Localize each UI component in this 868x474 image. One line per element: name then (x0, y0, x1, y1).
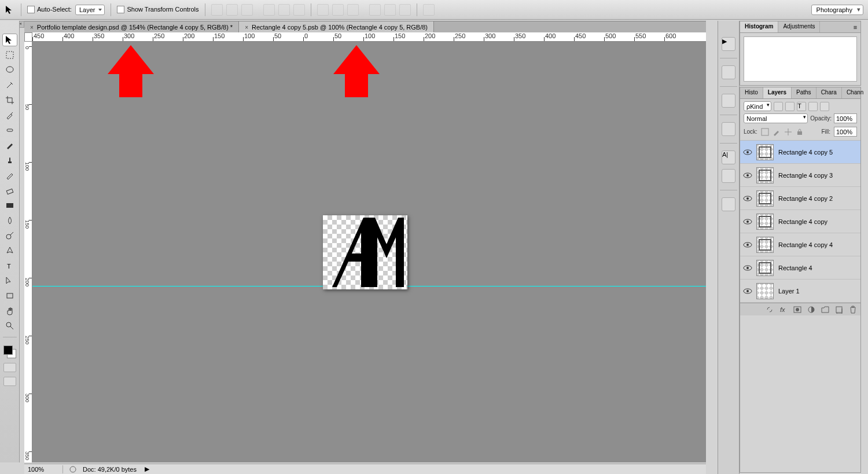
visibility-toggle-icon[interactable] (742, 287, 753, 295)
navigator-panel-icon[interactable] (722, 65, 735, 79)
distribute-right-button[interactable] (399, 4, 411, 16)
history-tab[interactable]: Histo (740, 87, 763, 98)
properties-panel-icon[interactable] (722, 197, 735, 211)
auto-align-button[interactable] (423, 4, 435, 16)
layer-thumbnail[interactable] (756, 190, 774, 207)
ruler-horizontal[interactable]: 4504003503002502001501005005010015020025… (32, 32, 706, 42)
fill-input[interactable]: 100% (834, 127, 857, 137)
histogram-tab[interactable]: Histogram (740, 21, 778, 32)
opacity-input[interactable]: 100% (834, 113, 857, 123)
visibility-toggle-icon[interactable] (742, 194, 753, 203)
canvas-area[interactable] (32, 42, 706, 462)
layer-thumbnail[interactable] (756, 237, 774, 253)
layer-filter-kind[interactable]: ρ Kind (744, 101, 771, 111)
stamp-tool[interactable] (2, 154, 17, 167)
delete-layer-icon[interactable] (849, 306, 857, 314)
screen-mode-toggle[interactable] (3, 377, 16, 386)
hand-tool[interactable] (2, 304, 17, 317)
close-tab-icon[interactable]: × (245, 24, 248, 31)
pen-tool[interactable] (2, 244, 17, 257)
layer-thumbnail[interactable] (756, 283, 774, 299)
layer-row[interactable]: Rectangle 4 (740, 256, 860, 280)
align-vcenter-button[interactable] (226, 4, 238, 16)
zoom-level[interactable]: 100% (28, 466, 57, 473)
move-tool[interactable] (2, 34, 17, 46)
ruler-vertical[interactable]: 050100150200250300350 (24, 42, 32, 462)
lasso-tool[interactable] (2, 64, 17, 76)
layer-mask-icon[interactable] (793, 306, 801, 314)
lock-all-icon[interactable] (796, 128, 804, 136)
blend-mode-select[interactable]: Normal (744, 113, 808, 123)
layer-thumbnail[interactable] (756, 167, 774, 183)
layer-thumbnail[interactable] (756, 260, 774, 276)
auto-select-checkbox[interactable]: Auto-Select: (27, 6, 72, 14)
dodge-tool[interactable] (2, 229, 17, 242)
document-tab-1[interactable]: × Rectangle 4 copy 5.psb @ 100% (Rectang… (239, 21, 434, 33)
layer-style-icon[interactable]: fx (779, 306, 788, 314)
distribute-left-button[interactable] (369, 4, 381, 16)
filter-pixel-icon[interactable] (774, 102, 783, 111)
brushes-panel-icon[interactable] (722, 94, 735, 108)
healing-brush-tool[interactable] (2, 124, 17, 137)
marquee-tool[interactable] (2, 49, 17, 61)
visibility-toggle-icon[interactable] (742, 171, 753, 179)
workspace-switcher[interactable]: Photography (811, 5, 863, 15)
styles-panel-icon[interactable] (722, 169, 735, 183)
visibility-toggle-icon[interactable] (742, 264, 753, 272)
eraser-tool[interactable] (2, 184, 17, 197)
rectangle-tool[interactable] (2, 289, 17, 302)
eyedropper-tool[interactable] (2, 109, 17, 122)
channels-tab[interactable]: Chann (842, 87, 868, 98)
align-top-button[interactable] (211, 4, 223, 16)
character-panel-icon[interactable]: A| (722, 150, 735, 164)
lock-transparency-icon[interactable] (761, 128, 769, 136)
close-tab-icon[interactable]: × (30, 24, 34, 31)
visibility-toggle-icon[interactable] (742, 218, 753, 226)
align-hcenter-button[interactable] (278, 4, 290, 16)
align-left-button[interactable] (263, 4, 275, 16)
distribute-bottom-button[interactable] (347, 4, 359, 16)
path-selection-tool[interactable] (2, 274, 17, 287)
layer-thumbnail[interactable] (756, 214, 774, 230)
canvas-document[interactable] (323, 215, 407, 289)
distribute-vcenter-button[interactable] (332, 4, 344, 16)
lock-pixels-icon[interactable] (773, 128, 781, 136)
group-icon[interactable] (821, 306, 829, 314)
distribute-top-button[interactable] (317, 4, 329, 16)
align-bottom-button[interactable] (241, 4, 253, 16)
paragraph-panel-icon[interactable] (722, 122, 735, 136)
crop-tool[interactable] (2, 94, 17, 106)
type-tool[interactable]: T (2, 259, 17, 272)
adjustments-tab[interactable]: Adjustments (778, 21, 820, 32)
history-brush-tool[interactable] (2, 169, 17, 182)
quick-mask-toggle[interactable] (3, 363, 16, 372)
zoom-tool[interactable] (2, 319, 17, 332)
doc-info-icon[interactable] (69, 465, 77, 473)
layers-tab[interactable]: Layers (763, 87, 792, 98)
layer-thumbnail[interactable] (756, 144, 774, 160)
paths-tab[interactable]: Paths (792, 87, 816, 98)
layer-row[interactable]: Rectangle 4 copy (740, 210, 860, 233)
brush-tool[interactable] (2, 139, 17, 152)
magic-wand-tool[interactable] (2, 79, 17, 91)
document-tab-0[interactable]: × Portfolio template design.psd @ 154% (… (24, 21, 239, 33)
character-tab[interactable]: Chara (816, 87, 842, 98)
color-swatches[interactable] (3, 346, 16, 358)
ruler-origin[interactable] (24, 32, 32, 42)
blur-tool[interactable] (2, 214, 17, 227)
new-layer-icon[interactable] (835, 306, 843, 314)
panel-menu-icon[interactable]: ≡ (850, 21, 860, 32)
filter-type-icon[interactable]: T (797, 102, 806, 111)
filter-adjustment-icon[interactable] (785, 102, 795, 111)
visibility-toggle-icon[interactable] (742, 148, 753, 156)
layer-row[interactable]: Layer 1 (740, 280, 860, 303)
layer-row[interactable]: Rectangle 4 copy 2 (740, 187, 860, 210)
doc-info-menu-icon[interactable]: ▶ (145, 465, 149, 473)
show-transform-checkbox[interactable]: Show Transform Controls (117, 6, 198, 14)
layer-row[interactable]: Rectangle 4 copy 5 (740, 141, 860, 164)
adjustment-layer-icon[interactable] (807, 306, 815, 314)
link-layers-icon[interactable] (766, 306, 774, 314)
filter-shape-icon[interactable] (808, 102, 818, 111)
layer-row[interactable]: Rectangle 4 copy 3 (740, 164, 860, 187)
auto-select-target[interactable]: Layer (75, 5, 105, 15)
